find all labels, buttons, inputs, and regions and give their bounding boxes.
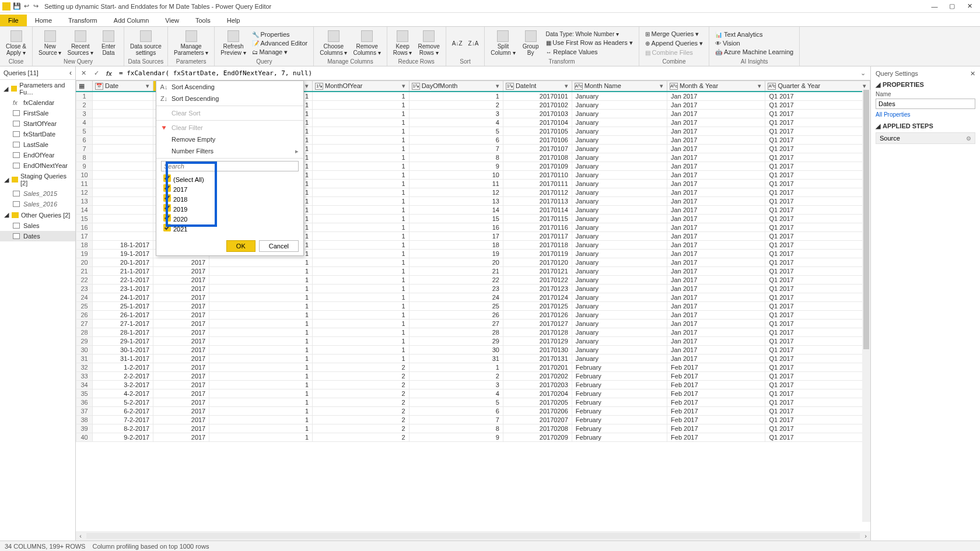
column-header-mname[interactable]: AᴮcMonth Name▾ bbox=[572, 81, 667, 92]
new-source-button[interactable]: New Source ▾ bbox=[36, 28, 64, 58]
split-column-button[interactable]: Split Column ▾ bbox=[488, 28, 517, 58]
expand-formula-button[interactable]: ⌄ bbox=[858, 69, 868, 77]
query-item-endofnextyear[interactable]: EndOfNextYear bbox=[0, 160, 75, 171]
sort-descending-item[interactable]: Z↓Sort Descending bbox=[156, 93, 303, 104]
table-row[interactable]: 2929-1-20172017112920170129JanuaryJan 20… bbox=[76, 337, 870, 346]
append-queries-button[interactable]: ⊕ Append Queries ▾ bbox=[643, 39, 705, 48]
table-row[interactable]: 3030-1-20172017113020170130JanuaryJan 20… bbox=[76, 346, 870, 355]
column-header-rownum[interactable]: ▦ bbox=[76, 81, 93, 92]
query-item-firstsale[interactable]: FirstSale bbox=[0, 108, 75, 118]
number-filters-item[interactable]: Number Filters▸ bbox=[156, 145, 303, 157]
column-header-my[interactable]: AᴮcMonth & Year▾ bbox=[667, 81, 765, 92]
close-button[interactable]: ✕ bbox=[961, 1, 978, 12]
data-source-settings-button[interactable]: Data source settings bbox=[128, 28, 164, 58]
table-row[interactable]: 2424-1-20172017112420170124JanuaryJan 20… bbox=[76, 293, 870, 302]
table-row[interactable]: 332-2-2017201712220170202FebruaryFeb 201… bbox=[76, 372, 870, 381]
table-row[interactable]: 2626-1-20172017112620170126JanuaryJan 20… bbox=[76, 311, 870, 320]
table-row[interactable]: 3131-1-20172017113120170131JanuaryJan 20… bbox=[76, 355, 870, 363]
sort-asc-button[interactable]: A↓Z bbox=[450, 28, 465, 58]
query-item-lastsale[interactable]: LastSale bbox=[0, 139, 75, 150]
minimize-button[interactable]: — bbox=[926, 1, 943, 12]
query-group[interactable]: ◢Parameters and Fu… bbox=[0, 80, 75, 97]
filter-value-2017[interactable]: 2017 bbox=[161, 184, 299, 194]
table-row[interactable]: 354-2-2017201712420170204FebruaryFeb 201… bbox=[76, 389, 870, 398]
table-row[interactable]: 2020-1-20172017112020170120JanuaryJan 20… bbox=[76, 258, 870, 267]
table-row[interactable]: 398-2-2017201712820170208FebruaryFeb 201… bbox=[76, 424, 870, 433]
table-row[interactable]: 2828-1-20172017112820170128JanuaryJan 20… bbox=[76, 328, 870, 337]
tab-file[interactable]: File bbox=[0, 15, 27, 26]
first-row-headers-button[interactable]: ▦ Use First Row as Headers ▾ bbox=[544, 38, 635, 47]
formula-input[interactable] bbox=[117, 68, 856, 78]
table-row[interactable]: 2525-1-20172017112520170125JanuaryJan 20… bbox=[76, 302, 870, 311]
filter-drop-icon[interactable]: ▾ bbox=[862, 82, 867, 90]
query-item-fxstartdate[interactable]: fxStartDate bbox=[0, 129, 75, 139]
properties-button[interactable]: 🔧 Properties bbox=[250, 30, 310, 38]
text-analytics-button[interactable]: 📊 Text Analytics bbox=[713, 30, 796, 38]
query-item-sales_2015[interactable]: Sales_2015 bbox=[0, 188, 75, 199]
azure-ml-button[interactable]: 🤖 Azure Machine Learning bbox=[713, 48, 796, 56]
column-header-dom[interactable]: 1²₃DayOfMonth▾ bbox=[409, 81, 503, 92]
tab-home[interactable]: Home bbox=[27, 15, 60, 26]
filter-drop-icon[interactable]: ▾ bbox=[564, 82, 569, 90]
table-row[interactable]: 321-2-2017201712120170201FebruaryFeb 201… bbox=[76, 363, 870, 372]
table-row[interactable]: 2727-1-20172017112720170127JanuaryJan 20… bbox=[76, 320, 870, 328]
filter-drop-icon[interactable]: ▾ bbox=[495, 82, 501, 90]
query-item-dates[interactable]: Dates bbox=[0, 231, 75, 241]
table-row[interactable]: 387-2-2017201712720170207FebruaryFeb 201… bbox=[76, 416, 870, 424]
applied-step-source[interactable]: Source⚙ bbox=[876, 132, 975, 144]
column-header-dint[interactable]: 1²₃DateInt▾ bbox=[503, 81, 572, 92]
data-grid[interactable]: ▦📅Date▾1²₃Year▾1²₃QuarterOfYear▾1²₃Month… bbox=[76, 80, 870, 531]
query-group[interactable]: ◢Other Queries [2] bbox=[0, 209, 75, 220]
vertical-scrollbar[interactable] bbox=[862, 90, 870, 522]
filter-drop-icon[interactable]: ▾ bbox=[304, 82, 310, 90]
close-apply-button[interactable]: Close & Apply ▾ bbox=[4, 28, 29, 58]
close-settings-button[interactable]: ✕ bbox=[970, 70, 975, 78]
remove-rows-button[interactable]: Remove Rows ▾ bbox=[416, 28, 442, 58]
gear-icon[interactable]: ⚙ bbox=[966, 135, 971, 142]
data-type-button[interactable]: Data Type: Whole Number ▾ bbox=[544, 30, 635, 38]
table-row[interactable]: 2121-1-20172017112120170121JanuaryJan 20… bbox=[76, 267, 870, 276]
tab-add-column[interactable]: Add Column bbox=[106, 15, 158, 26]
save-icon[interactable]: 💾 bbox=[13, 2, 21, 10]
tab-tools[interactable]: Tools bbox=[187, 15, 219, 26]
horizontal-scrollbar[interactable]: ‹› bbox=[76, 531, 870, 541]
keep-rows-button[interactable]: Keep Rows ▾ bbox=[391, 28, 415, 58]
filter-drop-icon[interactable]: ▾ bbox=[401, 82, 407, 90]
refresh-preview-button[interactable]: Refresh Preview ▾ bbox=[218, 28, 248, 58]
collapse-queries-button[interactable]: ‹ bbox=[69, 69, 72, 77]
sort-ascending-item[interactable]: A↓Sort Ascending bbox=[156, 81, 303, 93]
filter-value-2019[interactable]: 2019 bbox=[161, 203, 299, 213]
column-header-qy[interactable]: AᴮcQuarter & Year▾ bbox=[765, 81, 870, 92]
filter-drop-icon[interactable]: ▾ bbox=[757, 82, 762, 90]
table-row[interactable]: 2222-1-20172017112220170122JanuaryJan 20… bbox=[76, 276, 870, 285]
query-item-sales[interactable]: Sales bbox=[0, 220, 75, 231]
remove-columns-button[interactable]: Remove Columns ▾ bbox=[351, 28, 383, 58]
combine-files-button[interactable]: ▤ Combine Files bbox=[643, 48, 705, 57]
table-row[interactable]: 376-2-2017201712620170206FebruaryFeb 201… bbox=[76, 407, 870, 416]
choose-columns-button[interactable]: Choose Columns ▾ bbox=[317, 28, 349, 58]
merge-queries-button[interactable]: ⊞ Merge Queries ▾ bbox=[643, 30, 705, 38]
filter-search-input[interactable] bbox=[161, 161, 299, 171]
enter-data-button[interactable]: Enter Data bbox=[97, 28, 120, 58]
filter-select-all[interactable]: (Select All) bbox=[161, 174, 299, 184]
table-row[interactable]: 343-2-2017201712320170203FebruaryFeb 201… bbox=[76, 381, 870, 389]
filter-drop-icon[interactable]: ▾ bbox=[659, 82, 664, 90]
query-name-input[interactable] bbox=[876, 99, 975, 109]
tab-help[interactable]: Help bbox=[219, 15, 249, 26]
tab-transform[interactable]: Transform bbox=[60, 15, 106, 26]
filter-ok-button[interactable]: OK bbox=[226, 240, 256, 252]
maximize-button[interactable]: ▢ bbox=[944, 1, 960, 12]
all-properties-link[interactable]: All Properties bbox=[876, 111, 975, 118]
redo-icon[interactable]: ↪ bbox=[32, 2, 40, 10]
column-header-moy[interactable]: 1²₃MonthOfYear▾ bbox=[313, 81, 410, 92]
replace-values-button[interactable]: ↔ Replace Values bbox=[544, 48, 635, 56]
vision-button[interactable]: 👁 Vision bbox=[713, 39, 796, 47]
tab-view[interactable]: View bbox=[157, 15, 187, 26]
table-row[interactable]: 365-2-2017201712520170205FebruaryFeb 201… bbox=[76, 398, 870, 407]
query-item-endofyear[interactable]: EndOfYear bbox=[0, 150, 75, 160]
recent-sources-button[interactable]: Recent Sources ▾ bbox=[65, 28, 95, 58]
undo-icon[interactable]: ↩ bbox=[22, 2, 30, 10]
filter-value-2020[interactable]: 2020 bbox=[161, 213, 299, 223]
query-group[interactable]: ◢Staging Queries [2] bbox=[0, 171, 75, 188]
group-by-button[interactable]: Group By bbox=[519, 28, 542, 58]
